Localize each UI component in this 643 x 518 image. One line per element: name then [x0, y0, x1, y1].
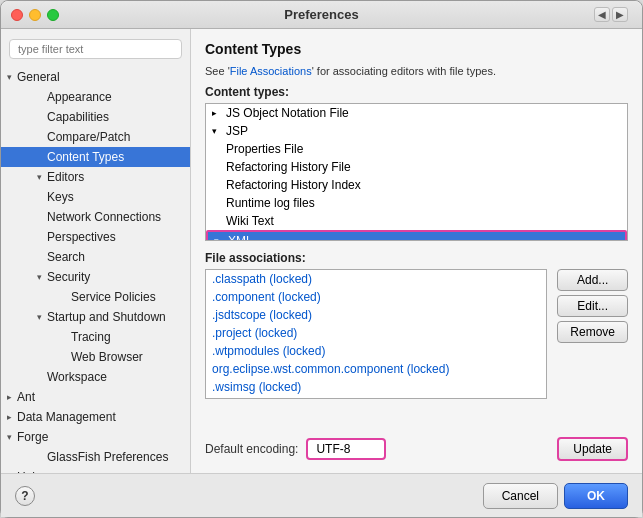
sidebar-item-label: Ant	[17, 390, 35, 404]
sidebar-item-label: Workspace	[47, 370, 107, 384]
sidebar-item-tracing[interactable]: Tracing	[1, 327, 190, 347]
minimize-button[interactable]	[29, 9, 41, 21]
ct-item-label: XML	[228, 234, 253, 241]
edit-button[interactable]: Edit...	[557, 295, 628, 317]
sidebar-item-label: Capabilities	[47, 110, 109, 124]
sidebar-item-ant[interactable]: Ant	[1, 387, 190, 407]
help-button[interactable]: ?	[15, 486, 35, 506]
triangle-icon: ▸	[212, 108, 222, 118]
sidebar-item-glassfish[interactable]: GlassFish Preferences	[1, 447, 190, 467]
fa-item[interactable]: .jsdtscope (locked)	[206, 306, 546, 324]
ct-item-runtime-log[interactable]: Runtime log files	[206, 194, 627, 212]
fa-item[interactable]: .classpath (locked)	[206, 270, 546, 288]
main-panel: Content Types See 'File Associations' fo…	[191, 29, 642, 473]
sidebar-item-label: General	[17, 70, 60, 84]
ct-item-label: JS Object Notation File	[226, 106, 349, 120]
forward-button[interactable]: ▶	[612, 7, 628, 22]
add-button[interactable]: Add...	[557, 269, 628, 291]
encoding-input[interactable]	[306, 438, 386, 460]
file-associations-list[interactable]: .classpath (locked) .component (locked) …	[205, 269, 547, 399]
ct-item-xml[interactable]: ▾ XML	[206, 230, 627, 241]
fa-item[interactable]: org.eclipse.wst.common.component (locked…	[206, 360, 546, 378]
back-button[interactable]: ◀	[594, 7, 610, 22]
sidebar-item-label: Content Types	[47, 150, 124, 164]
triangle-icon	[212, 198, 222, 208]
ct-item-label: Wiki Text	[226, 214, 274, 228]
maximize-button[interactable]	[47, 9, 59, 21]
ct-item-label: Properties File	[226, 142, 303, 156]
sidebar-item-web-browser[interactable]: Web Browser	[1, 347, 190, 367]
sidebar-item-network-connections[interactable]: Network Connections	[1, 207, 190, 227]
ok-button[interactable]: OK	[564, 483, 628, 509]
sidebar-item-compare-patch[interactable]: Compare/Patch	[1, 127, 190, 147]
fa-item[interactable]: *.xjb (locked)	[206, 396, 546, 399]
sidebar: General Appearance Capabilities Compare/…	[1, 29, 191, 473]
sidebar-item-label: Editors	[47, 170, 84, 184]
encoding-row: Default encoding: Update	[205, 437, 628, 461]
sidebar-item-startup-shutdown[interactable]: Startup and Shutdown	[1, 307, 190, 327]
ct-item-label: Runtime log files	[226, 196, 315, 210]
sidebar-item-editors[interactable]: Editors	[1, 167, 190, 187]
remove-button[interactable]: Remove	[557, 321, 628, 343]
sidebar-item-keys[interactable]: Keys	[1, 187, 190, 207]
encoding-label: Default encoding:	[205, 442, 298, 456]
ct-item-jsp[interactable]: ▾ JSP	[206, 122, 627, 140]
close-button[interactable]	[11, 9, 23, 21]
window-title: Preferences	[284, 7, 358, 22]
traffic-lights	[11, 9, 59, 21]
file-assoc-section: .classpath (locked) .component (locked) …	[205, 269, 628, 427]
triangle-icon	[7, 392, 17, 402]
sidebar-item-service-policies[interactable]: Service Policies	[1, 287, 190, 307]
filter-input[interactable]	[9, 39, 182, 59]
triangle-icon: ▾	[214, 236, 224, 241]
sidebar-item-label: Security	[47, 270, 90, 284]
bottom-bar: ? Cancel OK	[1, 473, 642, 517]
fa-item[interactable]: .component (locked)	[206, 288, 546, 306]
desc-suffix: ' for associating editors with file type…	[312, 65, 496, 77]
sidebar-item-label: Search	[47, 250, 85, 264]
triangle-icon	[212, 180, 222, 190]
content-types-label: Content types:	[205, 85, 628, 99]
update-button[interactable]: Update	[557, 437, 628, 461]
content-types-list[interactable]: ▸ JS Object Notation File ▾ JSP Properti…	[205, 103, 628, 241]
triangle-icon	[37, 272, 47, 282]
panel-title: Content Types	[205, 41, 628, 57]
cancel-button[interactable]: Cancel	[483, 483, 558, 509]
triangle-icon	[37, 312, 47, 322]
triangle-icon	[7, 72, 17, 82]
sidebar-item-workspace[interactable]: Workspace	[1, 367, 190, 387]
ct-item-label: Refactoring History Index	[226, 178, 361, 192]
ct-item-refactoring-history[interactable]: Refactoring History File	[206, 158, 627, 176]
sidebar-item-label: Service Policies	[71, 290, 156, 304]
sidebar-item-general[interactable]: General	[1, 67, 190, 87]
sidebar-item-label: Web Browser	[71, 350, 143, 364]
sidebar-item-label: Appearance	[47, 90, 112, 104]
sidebar-item-label: Forge	[17, 430, 48, 444]
fa-item[interactable]: .wsimsg (locked)	[206, 378, 546, 396]
fa-item[interactable]: .wtpmodules (locked)	[206, 342, 546, 360]
sidebar-item-content-types[interactable]: Content Types	[1, 147, 190, 167]
sidebar-item-data-management[interactable]: Data Management	[1, 407, 190, 427]
sidebar-item-capabilities[interactable]: Capabilities	[1, 107, 190, 127]
sidebar-item-label: Perspectives	[47, 230, 116, 244]
ct-item-js-object[interactable]: ▸ JS Object Notation File	[206, 104, 627, 122]
fa-item[interactable]: .project (locked)	[206, 324, 546, 342]
sidebar-item-label: GlassFish Preferences	[47, 450, 168, 464]
sidebar-item-perspectives[interactable]: Perspectives	[1, 227, 190, 247]
desc-prefix: See '	[205, 65, 230, 77]
sidebar-item-label: Startup and Shutdown	[47, 310, 166, 324]
ct-item-wiki-text[interactable]: Wiki Text	[206, 212, 627, 230]
triangle-icon	[212, 162, 222, 172]
sidebar-item-security[interactable]: Security	[1, 267, 190, 287]
ct-item-label: JSP	[226, 124, 248, 138]
preferences-window: Preferences ◀ ▶ General Appearance	[0, 0, 643, 518]
ct-item-properties[interactable]: Properties File	[206, 140, 627, 158]
sidebar-item-search[interactable]: Search	[1, 247, 190, 267]
file-assoc-link[interactable]: File Associations	[230, 65, 312, 77]
nav-arrows: ◀ ▶	[594, 7, 632, 22]
triangle-icon	[7, 412, 17, 422]
ct-item-refactoring-index[interactable]: Refactoring History Index	[206, 176, 627, 194]
sidebar-item-forge[interactable]: Forge	[1, 427, 190, 447]
sidebar-item-appearance[interactable]: Appearance	[1, 87, 190, 107]
file-assoc-buttons: Add... Edit... Remove	[557, 269, 628, 427]
